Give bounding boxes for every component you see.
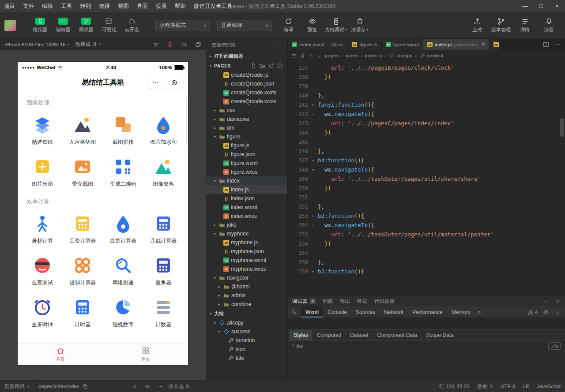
editor-tab-index.wxml[interactable]: <>index.wxml...\album — [288, 39, 348, 50]
toolbar-action-编译[interactable]: 编译 — [276, 18, 300, 33]
toolbar-toggle-云开发[interactable]: 云开发 — [121, 18, 143, 33]
editor-tab-figure.wxml[interactable]: <>figure.wxml — [382, 39, 423, 50]
app-工资计算器[interactable]: 工资计算器 — [63, 206, 103, 248]
menu-视图[interactable]: 视图 — [114, 0, 133, 12]
toolbar-toggle-模拟器[interactable]: 模拟器 — [29, 18, 52, 33]
tree-item-index.json[interactable]: {}index.json — [206, 194, 287, 203]
code-editor[interactable]: 137 url: '../../pagesB/pages/clock/clock… — [288, 61, 565, 295]
app-随机数字[interactable]: 随机数字 — [103, 290, 143, 332]
toolbar-toggle-编辑器[interactable]: 编辑器 — [52, 18, 75, 33]
toolbar-action-详情[interactable]: 详情 — [513, 18, 537, 33]
fold-chevron-icon[interactable]: ▾ — [308, 269, 318, 274]
styles-tab-Dataset[interactable]: Dataset — [346, 330, 372, 340]
tree-item-combine[interactable]: ▸combine — [206, 300, 287, 309]
forward-icon[interactable] — [316, 53, 322, 59]
statusbar-item[interactable]: UTF-8 — [501, 384, 515, 389]
mode-select[interactable]: 小程序模式 ▾ — [155, 20, 210, 31]
kebab-icon[interactable] — [554, 309, 561, 315]
close-button[interactable]: × — [549, 0, 565, 12]
fold-chevron-icon[interactable]: ▾ — [308, 214, 318, 218]
close-icon[interactable]: × — [482, 41, 485, 48]
page-path-selector[interactable]: 页面路径 ▾ — [4, 383, 29, 390]
capsule-menu[interactable] — [146, 76, 184, 89]
network-icon[interactable] — [153, 41, 159, 48]
compile-mode-select[interactable]: 普通编译 ▾ — [217, 20, 272, 31]
breadcrumb-item-content[interactable]: content — [419, 53, 444, 59]
statusbar-item[interactable]: 空格: 2 — [477, 383, 493, 390]
outline-icon[interactable] — [291, 53, 297, 59]
tree-item-figure.json[interactable]: {}figure.json — [206, 150, 287, 159]
multiwindow-icon[interactable] — [195, 41, 201, 48]
devtools-tab-overflow[interactable]: » — [475, 309, 483, 315]
styles-tab-Component Data[interactable]: Component Data — [373, 330, 421, 340]
app-九宫格切图[interactable]: 九宫格切图 — [63, 108, 103, 149]
menu-帮助[interactable]: 帮助 — [171, 0, 190, 12]
tree-item-dm[interactable]: ▸dm — [206, 123, 287, 132]
inspect-element-button[interactable] — [288, 306, 301, 317]
open-editors-section[interactable]: ▸ 打开的编辑器 — [206, 51, 287, 61]
copy-icon[interactable] — [82, 384, 88, 389]
statusbar-item[interactable]: 行 120, 列 23 — [439, 383, 469, 390]
devtools-tab-Performance[interactable]: Performance — [408, 306, 447, 317]
devtools-tab-Console[interactable]: Console — [323, 306, 351, 317]
menu-选择[interactable]: 选择 — [95, 0, 114, 12]
tree-item-index.js[interactable]: JSindex.js — [206, 185, 287, 194]
editor-tab-index.js[interactable]: JSindex.jspages/index× — [423, 39, 490, 50]
styles-tab-Styles[interactable]: Styles — [290, 330, 312, 340]
hot-reload-toggle[interactable]: 热重载 开 ▾ — [75, 41, 101, 48]
tree-item-index.wxss[interactable]: #index.wxss — [206, 212, 287, 220]
outline-item-icon[interactable]: icon — [206, 345, 287, 354]
panel-tab-代码质量[interactable]: 代码质量 — [374, 298, 395, 305]
more-icon[interactable] — [554, 41, 561, 48]
app-全屏时钟[interactable]: 全屏时钟 — [22, 290, 63, 332]
toolbar-action-清缓存[interactable]: 清缓存▾ — [348, 18, 372, 33]
tree-item-navigator[interactable]: ▾navigator — [206, 273, 287, 282]
bookmark-icon[interactable] — [300, 53, 305, 59]
app-生成二维码[interactable]: 生成二维码 — [103, 149, 143, 191]
tree-item-createQrcode.js[interactable]: JScreateQrcode.js — [206, 71, 287, 79]
editor-tab-partial[interactable]: JS — [490, 39, 501, 50]
styles-tab-Scope Data[interactable]: Scope Data — [422, 330, 458, 340]
phone-tab-更多[interactable]: 更多 — [103, 343, 188, 365]
breadcrumb-item-pages[interactable]: pages — [325, 53, 339, 58]
record-icon[interactable] — [167, 41, 173, 48]
panel-tab-输出[interactable]: 输出 — [340, 298, 350, 305]
phone-simulator[interactable]: ●●●●● WeChat 2:40 100% 易结结工具箱 — [18, 62, 188, 365]
tree-item-figure.js[interactable]: JSfigure.js — [206, 141, 287, 150]
tree-item-myphone.json[interactable]: {}myphone.json — [206, 247, 287, 256]
tree-item-myphone.wxml[interactable]: <>myphone.wxml — [206, 256, 287, 265]
phone-scrollbar[interactable] — [186, 97, 187, 146]
app-截图拼接[interactable]: 截图拼接 — [103, 108, 143, 149]
fold-chevron-icon[interactable]: ▾ — [308, 103, 318, 107]
close-icon[interactable] — [555, 299, 561, 304]
app-图片压缩[interactable]: 图片压缩 — [22, 149, 63, 191]
app-色盲测试[interactable]: 色盲测试 — [22, 248, 63, 290]
tree-item-figure[interactable]: ▾figure — [206, 132, 287, 141]
app-图像取色[interactable]: 图像取色 — [143, 149, 184, 191]
back-icon[interactable] — [308, 53, 314, 59]
devtools-warnings[interactable]: 4 — [527, 309, 538, 315]
user-avatar[interactable] — [4, 20, 16, 31]
toolbar-action-预览[interactable]: 预览 — [300, 18, 324, 33]
toolbar-toggle-可视化[interactable]: 可视化 — [98, 18, 121, 33]
editor-tab-figure.js[interactable]: JSfigure.js — [348, 39, 381, 50]
tree-item-@babel[interactable]: ▸@babel — [206, 282, 287, 291]
breadcrumb-item-index[interactable]: index — [346, 53, 358, 58]
app-身材计算[interactable]: 身材计算 — [22, 206, 63, 248]
menu-转到[interactable]: 转到 — [76, 0, 95, 12]
eye-icon[interactable] — [145, 384, 151, 389]
app-亲戚计算器[interactable]: 亲戚计算器 — [143, 206, 184, 248]
speaker-icon[interactable] — [132, 384, 138, 389]
refresh-icon[interactable] — [268, 63, 274, 69]
tree-item-myphone.js[interactable]: JSmyphone.js — [206, 238, 287, 247]
app-量角器[interactable]: 量角器 — [143, 248, 184, 290]
tree-item-daxiaoxie[interactable]: ▸daxiaoxie — [206, 115, 287, 123]
toolbar-action-消息[interactable]: 消息 — [537, 18, 561, 33]
pages-section[interactable]: ▾ PAGES — [206, 61, 287, 71]
styles-tab-Computed[interactable]: Computed — [313, 330, 345, 340]
menu-设置[interactable]: 设置 — [152, 0, 171, 12]
outline-section[interactable]: ▾ 大纲 — [206, 309, 287, 318]
menu-文件[interactable]: 文件 — [19, 0, 38, 12]
rotate-icon[interactable] — [181, 41, 187, 48]
toolbar-action-上传[interactable]: 上传 — [465, 18, 489, 33]
